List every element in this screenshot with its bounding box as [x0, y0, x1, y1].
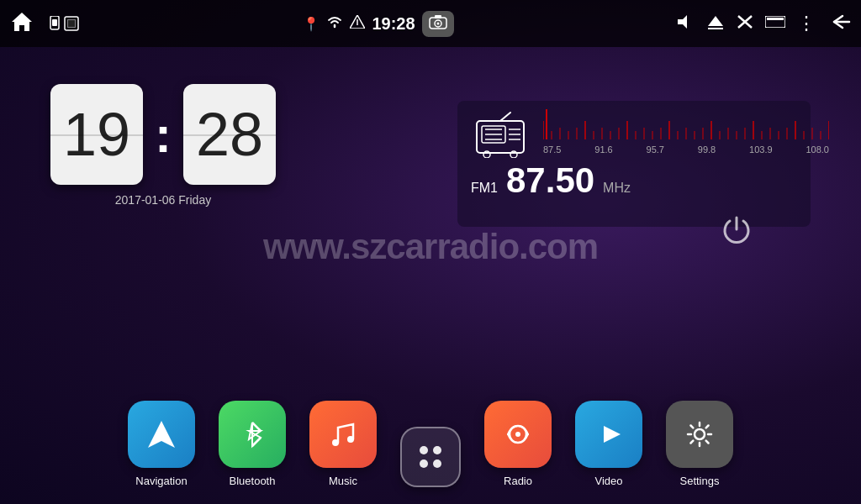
- home-icon[interactable]: [10, 11, 34, 37]
- svg-line-67: [252, 423, 261, 431]
- settings-icon: [666, 401, 733, 468]
- app-video[interactable]: Video: [575, 401, 642, 487]
- clock-date: 2017-01-06 Friday: [115, 193, 211, 207]
- svg-point-76: [515, 432, 520, 437]
- svg-marker-66: [148, 421, 175, 448]
- svg-rect-9: [435, 15, 441, 18]
- power-icon[interactable]: [721, 214, 752, 250]
- svg-point-69: [332, 439, 339, 446]
- svg-point-72: [433, 446, 441, 454]
- signal-icon: [350, 15, 365, 32]
- app-settings[interactable]: Settings: [666, 401, 733, 487]
- clock-hours: 19: [50, 84, 143, 185]
- svg-point-71: [420, 446, 428, 454]
- clock-colon: :: [155, 106, 172, 164]
- clock-minutes: 28: [183, 84, 276, 185]
- svg-marker-12: [708, 16, 723, 26]
- close-icon[interactable]: [737, 14, 753, 33]
- radio-widget[interactable]: // This will be done inline: [457, 101, 811, 227]
- svg-rect-4: [68, 20, 75, 27]
- radio-scale-labels: 87.5 91.6 95.7 99.8 103.9 108.0: [543, 144, 829, 155]
- radio-ticks: // This will be done inline: [543, 109, 829, 139]
- app-music[interactable]: Music: [309, 401, 377, 487]
- svg-point-73: [420, 459, 428, 468]
- radio-freq-display: // This will be done inline: [543, 109, 829, 155]
- all-apps-icon: [400, 427, 461, 487]
- eject-icon[interactable]: [706, 14, 725, 33]
- status-bar-left: [10, 11, 79, 37]
- bluetooth-label: Bluetooth: [230, 475, 276, 487]
- music-label: Music: [329, 475, 357, 487]
- minimize-icon[interactable]: [765, 16, 785, 31]
- radio-unit: MHz: [603, 181, 631, 196]
- status-time: 19:28: [372, 14, 415, 34]
- menu-icon[interactable]: ⋮: [797, 13, 816, 34]
- radio-band: FM1: [471, 181, 498, 196]
- video-label: Video: [594, 475, 622, 487]
- svg-marker-11: [678, 15, 687, 29]
- radio-frequency: 87.50: [506, 163, 594, 198]
- app-radio[interactable]: Radio: [484, 401, 552, 487]
- wifi-icon: [326, 15, 343, 32]
- svg-point-70: [347, 436, 354, 443]
- watermark: www.szcarradio.com: [263, 227, 598, 267]
- app-navigation[interactable]: Navigation: [128, 401, 195, 487]
- bluetooth-icon: [219, 401, 286, 468]
- music-icon: [309, 401, 377, 468]
- svg-marker-77: [604, 426, 621, 443]
- radio-app-icon: [484, 401, 552, 468]
- svg-point-78: [695, 429, 705, 439]
- svg-point-74: [433, 459, 441, 468]
- status-bar: 📍 19:28: [0, 0, 861, 47]
- volume-icon[interactable]: [678, 14, 695, 33]
- status-bar-center: 📍 19:28: [303, 11, 453, 37]
- app-bluetooth[interactable]: Bluetooth: [219, 401, 286, 487]
- radio-top: // This will be done inline: [471, 109, 797, 160]
- navigation-icon: [128, 401, 195, 468]
- clock-widget: 19 : 28 2017-01-06 Friday: [50, 84, 276, 207]
- sim-icon: [49, 16, 79, 31]
- video-icon: [575, 401, 642, 468]
- status-bar-right: ⋮: [678, 13, 851, 34]
- radio-label: Radio: [504, 475, 532, 487]
- svg-rect-13: [708, 28, 723, 29]
- radio-icon: [471, 109, 530, 160]
- svg-line-26: [500, 113, 510, 121]
- svg-point-10: [436, 22, 439, 24]
- flip-clock: 19 : 28: [50, 84, 276, 185]
- app-all-apps[interactable]: [400, 427, 461, 487]
- settings-label: Settings: [680, 475, 720, 487]
- navigation-label: Navigation: [135, 475, 187, 487]
- apps-grid: Navigation Bluetooth Music: [0, 401, 861, 487]
- svg-line-68: [252, 438, 261, 446]
- svg-rect-17: [767, 18, 784, 20]
- back-icon[interactable]: [827, 13, 851, 34]
- location-icon: 📍: [303, 16, 320, 32]
- svg-rect-1: [52, 19, 57, 26]
- camera-button[interactable]: [422, 11, 454, 37]
- radio-frequency-readout: FM1 87.50 MHz: [471, 163, 797, 198]
